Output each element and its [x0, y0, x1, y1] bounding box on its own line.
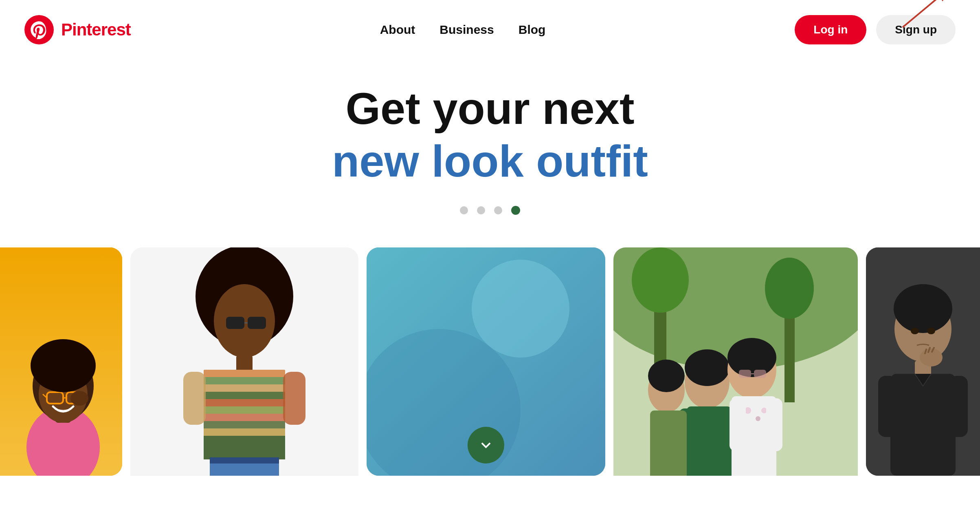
nav-blog[interactable]: Blog [519, 23, 546, 37]
svg-point-12 [31, 339, 96, 392]
svg-point-54 [756, 416, 760, 421]
hero-title-line2: new look outfit [8, 136, 972, 185]
cards-row [0, 247, 980, 476]
svg-point-50 [685, 349, 730, 386]
svg-rect-30 [204, 428, 285, 436]
svg-rect-60 [754, 370, 766, 378]
svg-rect-56 [730, 398, 746, 451]
svg-point-55 [761, 408, 767, 413]
signup-button[interactable]: Sign up [876, 15, 956, 44]
dot-3[interactable] [494, 206, 502, 214]
svg-rect-20 [236, 355, 253, 372]
svg-point-13 [70, 391, 88, 406]
svg-rect-59 [739, 370, 751, 378]
card-2 [130, 247, 358, 476]
svg-point-70 [920, 349, 943, 366]
main-nav: About Business Blog [380, 23, 546, 37]
svg-rect-22 [204, 370, 285, 377]
svg-rect-75 [949, 376, 968, 437]
svg-point-76 [911, 328, 919, 334]
svg-point-45 [765, 258, 814, 319]
svg-rect-36 [210, 457, 279, 463]
svg-rect-34 [283, 372, 305, 425]
svg-rect-28 [204, 414, 285, 421]
svg-point-58 [727, 338, 776, 377]
nav-business[interactable]: Business [439, 23, 494, 37]
svg-rect-27 [204, 406, 285, 414]
login-button[interactable]: Log in [795, 15, 866, 44]
dot-1[interactable] [460, 206, 468, 214]
svg-rect-33 [183, 372, 206, 425]
card-5 [866, 247, 980, 476]
hero-section: Get your next new look outfit [0, 59, 980, 231]
header: Pinterest About Business Blog Log in Sig… [0, 0, 980, 59]
dot-4-active[interactable] [511, 206, 520, 215]
nav-about[interactable]: About [380, 23, 415, 37]
svg-point-64 [648, 360, 685, 392]
logo-area: Pinterest [24, 15, 131, 44]
hero-title-line1: Get your next [8, 84, 972, 133]
svg-rect-57 [766, 398, 782, 451]
svg-rect-25 [204, 392, 285, 399]
svg-rect-26 [204, 399, 285, 406]
carousel-dots [8, 206, 972, 215]
card-3 [367, 247, 605, 476]
svg-rect-24 [204, 384, 285, 392]
svg-point-43 [632, 247, 689, 313]
svg-point-38 [472, 260, 569, 358]
dot-2[interactable] [477, 206, 485, 214]
logo-text: Pinterest [61, 20, 131, 40]
svg-rect-74 [878, 376, 897, 437]
nav-actions: Log in Sign up [795, 15, 956, 44]
svg-rect-69 [890, 374, 956, 476]
svg-rect-23 [204, 377, 285, 384]
card-1-bg [0, 247, 122, 476]
scroll-down-button[interactable] [468, 427, 504, 463]
svg-rect-17 [226, 317, 244, 329]
card-1 [0, 247, 122, 476]
pinterest-logo-icon [24, 15, 54, 44]
svg-rect-31 [204, 436, 285, 443]
svg-rect-29 [204, 421, 285, 428]
svg-rect-63 [650, 410, 687, 476]
svg-point-77 [927, 328, 935, 334]
svg-rect-32 [204, 443, 285, 459]
card-4 [613, 247, 858, 476]
svg-rect-18 [248, 317, 266, 329]
